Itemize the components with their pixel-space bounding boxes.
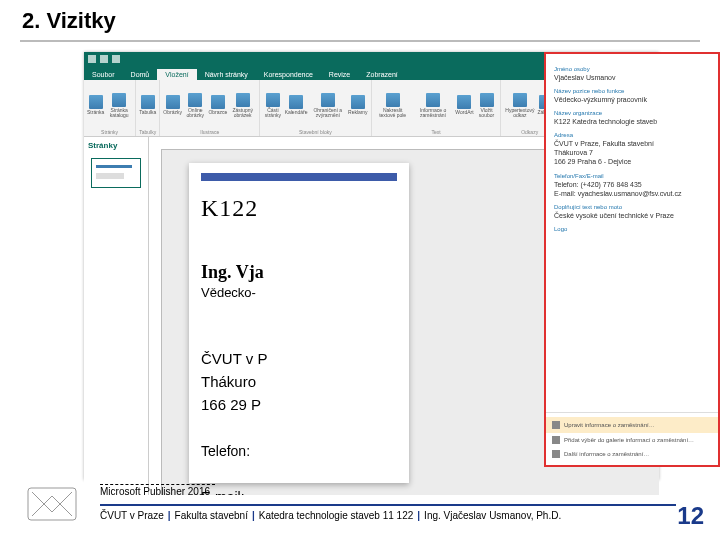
ribbon-button[interactable]: Stránka katalogu: [106, 93, 132, 118]
ribbon-icon: [141, 95, 155, 109]
edit-business-info[interactable]: Upravit informace o zaměstnání…: [546, 417, 718, 433]
tab-vlozeni[interactable]: Vložení: [157, 69, 196, 80]
footer-org: ČVUT v Praze: [100, 510, 164, 521]
ribbon-icon: [112, 93, 126, 107]
ribbon-button[interactable]: Části stránky: [263, 93, 283, 118]
more-icon: [552, 450, 560, 458]
ribbon-button-label: Ohraničení a zvýraznění: [309, 108, 346, 118]
caption: Microsoft Publisher 2016: [100, 486, 210, 497]
ribbon-button[interactable]: Stránka: [87, 95, 104, 115]
info-field-label: Název organizace: [554, 110, 710, 116]
document-canvas[interactable]: K122 Ing. Vja Vědecko- ČVUT v P Thákuro …: [189, 163, 409, 483]
ribbon-button-label: Informace o zaměstnání: [413, 108, 454, 118]
page-number: 12: [677, 502, 704, 530]
footer-author: Ing. Vjačeslav Usmanov, Ph.D.: [424, 510, 561, 521]
ribbon-button-label: Hypertextový odkaz: [504, 108, 535, 118]
tab-domu[interactable]: Domů: [123, 69, 158, 80]
ribbon-button[interactable]: Tabulka: [139, 95, 156, 115]
ribbon-button[interactable]: Nakreslit textové pole: [375, 93, 411, 118]
ribbon-group: TabulkaTabulky: [136, 80, 160, 136]
ribbon-button[interactable]: Obrazce: [208, 95, 227, 115]
tab-zobrazeni[interactable]: Zobrazení: [358, 69, 406, 80]
redo-icon[interactable]: [112, 55, 120, 63]
ribbon-button[interactable]: Reklamy: [348, 95, 367, 115]
edit-business-info-label: Upravit informace o zaměstnání…: [564, 422, 655, 428]
add-to-gallery-label: Přidat výběr do galerie informací o zamě…: [564, 437, 694, 443]
more-business-info-label: Další informace o zaměstnání…: [564, 451, 649, 457]
ribbon-button[interactable]: Vložit soubor: [476, 93, 498, 118]
card-role: Vědecko-: [201, 285, 397, 300]
info-field-label: Adresa: [554, 132, 710, 138]
ribbon-button-label: Stránka: [87, 110, 104, 115]
ribbon-icon: [211, 95, 225, 109]
ribbon-button-label: Obrazce: [208, 110, 227, 115]
ribbon-group-label: Odkazy: [521, 129, 538, 135]
card-brand: K122: [201, 195, 397, 222]
tab-korespondence[interactable]: Korespondence: [256, 69, 321, 80]
edit-icon: [552, 421, 560, 429]
info-field-value: K122 Katedra technologie staveb: [554, 117, 710, 126]
ribbon-group-label: Ilustrace: [200, 129, 219, 135]
info-field-value: České vysoké učení technické v Praze: [554, 211, 710, 220]
ribbon-icon: [513, 93, 527, 107]
ribbon-icon: [351, 95, 365, 109]
ribbon-button-label: Nakreslit textové pole: [375, 108, 411, 118]
ribbon-group-label: Text: [431, 129, 440, 135]
card-tel: Telefon:: [201, 443, 397, 459]
ruler-vertical: [149, 149, 162, 495]
card-org: ČVUT v P: [201, 350, 397, 367]
ribbon-group: ObrázkyOnline obrázkyObrazceZástupný obr…: [160, 80, 260, 136]
add-to-gallery[interactable]: Přidat výběr do galerie informací o zamě…: [552, 433, 712, 447]
footer-dept: Katedra technologie staveb 11 122: [259, 510, 414, 521]
tab-revize[interactable]: Revize: [321, 69, 358, 80]
save-icon[interactable]: [88, 55, 96, 63]
ribbon-button[interactable]: Ohraničení a zvýraznění: [309, 93, 346, 118]
ribbon-button[interactable]: WordArt: [455, 95, 473, 115]
ribbon-icon: [236, 93, 250, 107]
info-field-value: Telefon: (+420) 776 848 435 E-mail: vyac…: [554, 180, 710, 198]
info-pane-footer: Upravit informace o zaměstnání… Přidat v…: [546, 412, 718, 465]
ribbon-group-label: Stránky: [101, 129, 118, 135]
ribbon-icon: [321, 93, 335, 107]
footer-line: [100, 504, 676, 506]
ribbon-group: Nakreslit textové poleInformace o zaměst…: [372, 80, 502, 136]
ribbon-button[interactable]: Zástupný obrázek: [229, 93, 256, 118]
ribbon-group-label: Tabulky: [139, 129, 156, 135]
info-field-label: Logo: [554, 226, 710, 232]
more-business-info[interactable]: Další informace o zaměstnání…: [552, 447, 712, 461]
pages-panel-title: Stránky: [84, 137, 148, 154]
ribbon-button[interactable]: Online obrázky: [184, 93, 206, 118]
ribbon-button[interactable]: Informace o zaměstnání: [413, 93, 454, 118]
info-field-value: Vjačeslav Usmanov: [554, 73, 710, 82]
ribbon-button-label: Obrázky: [163, 110, 182, 115]
ribbon-group: StránkaStránka kataloguStránky: [84, 80, 136, 136]
svg-rect-0: [28, 488, 76, 520]
ribbon-button-label: Online obrázky: [184, 108, 206, 118]
tab-navrh[interactable]: Návrh stránky: [197, 69, 256, 80]
ribbon-group-label: Stavební bloky: [299, 129, 332, 135]
ribbon-button-label: Vložit soubor: [476, 108, 498, 118]
info-field-label: Jméno osoby: [554, 66, 710, 72]
ribbon-button[interactable]: Hypertextový odkaz: [504, 93, 535, 118]
tab-soubor[interactable]: Soubor: [84, 69, 123, 80]
footer: ČVUT v Praze| Fakulta stavební| Katedra …: [100, 510, 561, 521]
pages-panel: Stránky: [84, 137, 149, 495]
page-thumbnail[interactable]: [91, 158, 141, 188]
ribbon-button-label: WordArt: [455, 110, 473, 115]
title-underline: [20, 40, 700, 42]
info-pane-body: Jméno osobyVjačeslav UsmanovNázev pozice…: [546, 54, 718, 412]
gallery-icon: [552, 436, 560, 444]
card-mail: E-mail:: [201, 489, 397, 495]
ribbon-icon: [426, 93, 440, 107]
info-field-label: Název pozice nebo funkce: [554, 88, 710, 94]
business-info-pane: Jméno osobyVjačeslav UsmanovNázev pozice…: [544, 52, 720, 467]
card-addr1: Thákuro: [201, 373, 397, 390]
ribbon-button[interactable]: Kalendáře: [285, 95, 308, 115]
info-field-label: Telefon/Fax/E-mail: [554, 173, 710, 179]
undo-icon[interactable]: [100, 55, 108, 63]
ribbon-button-label: Stránka katalogu: [106, 108, 132, 118]
footer-faculty: Fakulta stavební: [175, 510, 248, 521]
ribbon-button[interactable]: Obrázky: [163, 95, 182, 115]
ribbon-group: Části stránkyKalendářeOhraničení a zvýra…: [260, 80, 371, 136]
ribbon-icon: [166, 95, 180, 109]
